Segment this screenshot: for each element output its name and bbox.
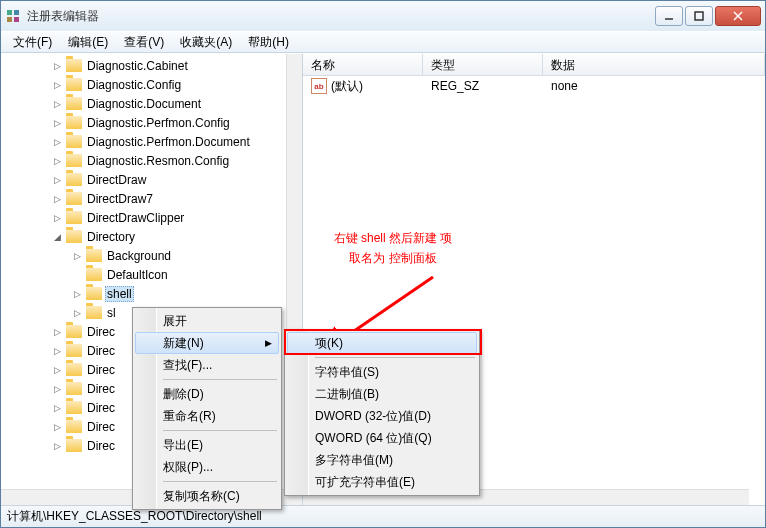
- value-data: none: [543, 79, 765, 93]
- tree-expander-icon[interactable]: ▷: [51, 212, 63, 224]
- tree-expander-icon[interactable]: ▷: [51, 421, 63, 433]
- close-button[interactable]: [715, 6, 761, 26]
- tree-expander-icon[interactable]: ▷: [51, 60, 63, 72]
- tree-label: Diagnostic.Cabinet: [85, 59, 190, 73]
- ctx-delete[interactable]: 删除(D): [135, 383, 279, 405]
- folder-icon: [66, 363, 82, 376]
- ctx-copy-key-name[interactable]: 复制项名称(C): [135, 485, 279, 507]
- folder-icon: [66, 78, 82, 91]
- tree-expander-icon[interactable]: ◢: [51, 231, 63, 243]
- svg-rect-1: [14, 10, 19, 15]
- menu-favorites[interactable]: 收藏夹(A): [172, 32, 240, 53]
- ctx-new-string[interactable]: 字符串值(S): [287, 361, 477, 383]
- tree-expander-icon[interactable]: ▷: [51, 79, 63, 91]
- ctx-permissions[interactable]: 权限(P)...: [135, 456, 279, 478]
- minimize-button[interactable]: [655, 6, 683, 26]
- tree-label: Direc: [85, 401, 117, 415]
- folder-icon: [66, 192, 82, 205]
- folder-icon: [66, 401, 82, 414]
- folder-icon: [66, 59, 82, 72]
- tree-expander-icon[interactable]: ▷: [51, 98, 63, 110]
- tree-item[interactable]: ▷DirectDraw7: [1, 189, 302, 208]
- tree-label: Direc: [85, 325, 117, 339]
- list-row[interactable]: ab(默认) REG_SZ none: [303, 76, 765, 96]
- tree-item[interactable]: ▷Diagnostic.Resmon.Config: [1, 151, 302, 170]
- maximize-button[interactable]: [685, 6, 713, 26]
- folder-icon: [66, 116, 82, 129]
- svg-rect-0: [7, 10, 12, 15]
- tree-expander-icon[interactable]: ▷: [51, 383, 63, 395]
- folder-icon: [66, 325, 82, 338]
- tree-item[interactable]: ▷DirectDraw: [1, 170, 302, 189]
- tree-expander-icon[interactable]: ▷: [51, 193, 63, 205]
- tree-expander-icon[interactable]: ▷: [71, 307, 83, 319]
- tree-expander-icon[interactable]: ▷: [51, 136, 63, 148]
- tree-label: Diagnostic.Perfmon.Config: [85, 116, 232, 130]
- status-path: 计算机\HKEY_CLASSES_ROOT\Directory\shell: [7, 508, 262, 525]
- ctx-rename[interactable]: 重命名(R): [135, 405, 279, 427]
- tree-expander-icon[interactable]: ▷: [71, 288, 83, 300]
- ctx-new-multistring[interactable]: 多字符串值(M): [287, 449, 477, 471]
- submenu-arrow-icon: ▶: [265, 338, 272, 348]
- tree-expander-icon[interactable]: ▷: [51, 174, 63, 186]
- ctx-new-binary[interactable]: 二进制值(B): [287, 383, 477, 405]
- folder-icon: [66, 154, 82, 167]
- tree-expander-icon[interactable]: ▷: [51, 155, 63, 167]
- tree-label: DirectDrawClipper: [85, 211, 186, 225]
- col-data[interactable]: 数据: [543, 54, 765, 75]
- tree-label: Direc: [85, 382, 117, 396]
- ctx-new[interactable]: 新建(N)▶: [135, 332, 279, 354]
- context-submenu-new: 项(K) 字符串值(S) 二进制值(B) DWORD (32-位)值(D) QW…: [284, 329, 480, 496]
- tree-expander-icon[interactable]: ▷: [51, 117, 63, 129]
- context-menu: 展开 新建(N)▶ 查找(F)... 删除(D) 重命名(R) 导出(E) 权限…: [132, 307, 282, 510]
- string-value-icon: ab: [311, 78, 327, 94]
- tree-label: DirectDraw: [85, 173, 148, 187]
- tree-item[interactable]: ▷Diagnostic.Config: [1, 75, 302, 94]
- tree-label: Diagnostic.Resmon.Config: [85, 154, 231, 168]
- folder-icon: [66, 97, 82, 110]
- menu-view[interactable]: 查看(V): [116, 32, 172, 53]
- tree-item[interactable]: ◢Directory: [1, 227, 302, 246]
- tree-label: Direc: [85, 363, 117, 377]
- tree-item[interactable]: ▷Diagnostic.Perfmon.Document: [1, 132, 302, 151]
- folder-icon: [66, 420, 82, 433]
- ctx-export[interactable]: 导出(E): [135, 434, 279, 456]
- tree-item[interactable]: ▷Diagnostic.Document: [1, 94, 302, 113]
- tree-expander-icon[interactable]: ▷: [51, 326, 63, 338]
- col-name[interactable]: 名称: [303, 54, 423, 75]
- tree-label: Directory: [85, 230, 137, 244]
- tree-label: Direc: [85, 439, 117, 453]
- svg-rect-3: [14, 17, 19, 22]
- tree-item[interactable]: ▷Background: [1, 246, 302, 265]
- folder-icon: [66, 344, 82, 357]
- tree-expander-icon[interactable]: ▷: [71, 250, 83, 262]
- tree-expander-icon[interactable]: [71, 269, 83, 281]
- tree-item[interactable]: ▷Diagnostic.Cabinet: [1, 56, 302, 75]
- folder-icon: [66, 173, 82, 186]
- annotation-text: 右键 shell 然后新建 项 取名为 控制面板: [303, 228, 483, 268]
- tree-expander-icon[interactable]: ▷: [51, 440, 63, 452]
- menu-help[interactable]: 帮助(H): [240, 32, 297, 53]
- menu-file[interactable]: 文件(F): [5, 32, 60, 53]
- ctx-new-expandstring[interactable]: 可扩充字符串值(E): [287, 471, 477, 493]
- tree-expander-icon[interactable]: ▷: [51, 345, 63, 357]
- ctx-new-key[interactable]: 项(K): [287, 332, 477, 354]
- tree-expander-icon[interactable]: ▷: [51, 364, 63, 376]
- tree-item[interactable]: DefaultIcon: [1, 265, 302, 284]
- tree-item[interactable]: ▷Diagnostic.Perfmon.Config: [1, 113, 302, 132]
- folder-icon: [66, 382, 82, 395]
- tree-item[interactable]: ▷shell: [1, 284, 302, 303]
- ctx-new-dword[interactable]: DWORD (32-位)值(D): [287, 405, 477, 427]
- value-name: (默认): [331, 78, 363, 95]
- ctx-expand[interactable]: 展开: [135, 310, 279, 332]
- ctx-find[interactable]: 查找(F)...: [135, 354, 279, 376]
- statusbar: 计算机\HKEY_CLASSES_ROOT\Directory\shell: [1, 505, 765, 527]
- tree-expander-icon[interactable]: ▷: [51, 402, 63, 414]
- ctx-new-qword[interactable]: QWORD (64 位)值(Q): [287, 427, 477, 449]
- svg-rect-5: [695, 12, 703, 20]
- col-type[interactable]: 类型: [423, 54, 543, 75]
- value-type: REG_SZ: [423, 79, 543, 93]
- menu-edit[interactable]: 编辑(E): [60, 32, 116, 53]
- tree-label: DirectDraw7: [85, 192, 155, 206]
- tree-item[interactable]: ▷DirectDrawClipper: [1, 208, 302, 227]
